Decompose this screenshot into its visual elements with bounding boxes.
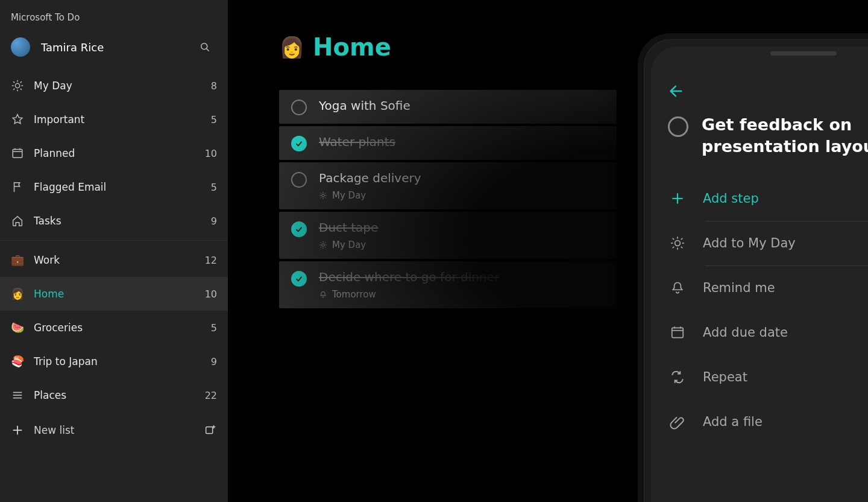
sidebar-item-label: Work <box>34 254 205 266</box>
sidebar-item-count: 12 <box>205 255 217 266</box>
back-button[interactable] <box>668 83 868 102</box>
sidebar-item-myday[interactable]: My Day 8 <box>0 69 228 103</box>
task-row[interactable]: Yoga with Sofie <box>279 90 617 124</box>
bell-icon <box>668 278 687 297</box>
task-row[interactable]: Package delivery My Day <box>279 162 617 209</box>
sidebar-item-count: 22 <box>205 390 217 401</box>
action-repeat[interactable]: Repeat <box>668 355 868 399</box>
sidebar-item-work[interactable]: 💼 Work 12 <box>0 243 228 277</box>
plus-icon <box>11 424 24 437</box>
sidebar-item-planned[interactable]: Planned 10 <box>0 136 228 170</box>
smart-lists: My Day 8 Important 5 Planned 10 Flagged … <box>0 69 228 238</box>
sidebar-item-label: Tasks <box>34 215 211 227</box>
task-checkbox[interactable] <box>291 172 307 188</box>
sidebar-item-label: Places <box>34 389 205 401</box>
list-title[interactable]: Home <box>313 33 391 61</box>
list-emoji-icon: 👩 <box>279 35 304 59</box>
task-row[interactable]: Duct tape My Day <box>279 212 617 259</box>
sidebar-item-count: 10 <box>205 288 217 300</box>
sidebar-item-count: 5 <box>211 322 217 334</box>
action-label: Add a file <box>703 415 763 429</box>
sidebar-item-groceries[interactable]: 🍉 Groceries 5 <box>0 311 228 345</box>
sidebar-item-label: Home <box>34 288 205 300</box>
action-due-date[interactable]: Add due date <box>668 310 868 355</box>
task-title: Package delivery <box>319 171 605 185</box>
phone-task-title[interactable]: Get feedback on presentation layout <box>702 114 868 158</box>
sun-icon <box>319 191 327 200</box>
sidebar-item-label: Flagged Email <box>34 181 211 193</box>
action-label: Add to My Day <box>703 236 796 250</box>
new-group-icon[interactable] <box>204 424 217 437</box>
phone-frame: 9:41 Get feedback on presentation layout… <box>638 33 868 502</box>
sidebar-item-label: Groceries <box>34 322 211 334</box>
repeat-icon <box>668 367 687 387</box>
task-row[interactable]: Water plants <box>279 126 617 160</box>
sidebar-item-count: 8 <box>211 80 217 92</box>
action-add-step[interactable]: Add step <box>668 176 868 221</box>
sidebar-item-label: My Day <box>34 80 211 92</box>
user-row[interactable]: Tamira Rice <box>0 34 228 69</box>
search-icon[interactable] <box>199 41 211 53</box>
user-name: Tamira Rice <box>41 41 199 54</box>
flag-icon <box>11 180 24 194</box>
task-checkbox[interactable] <box>291 136 307 151</box>
task-meta: My Day <box>319 190 605 201</box>
list-icon <box>11 389 24 402</box>
task-checkbox[interactable] <box>291 100 307 115</box>
sidebar-item-count: 9 <box>211 215 217 227</box>
action-add-file[interactable]: Add a file <box>668 399 868 444</box>
bell-icon <box>319 290 327 299</box>
sidebar-item-count: 10 <box>205 148 217 159</box>
sidebar-item-label: Trip to Japan <box>34 355 211 367</box>
task-meta-text: My Day <box>332 240 366 250</box>
task-row[interactable]: Decide where to go for dinner Tomorrow <box>279 261 617 308</box>
task-title: Yoga with Sofie <box>319 98 605 113</box>
sun-icon <box>319 241 327 249</box>
task-checkbox[interactable] <box>291 221 307 237</box>
task-checkbox[interactable] <box>291 271 307 287</box>
action-label: Repeat <box>703 370 747 384</box>
sun-icon <box>11 79 24 92</box>
phone-task-header: Get feedback on presentation layout <box>668 114 868 158</box>
new-list-label: New list <box>34 424 204 436</box>
sidebar-item-important[interactable]: Important 5 <box>0 103 228 136</box>
action-label: Remind me <box>703 281 775 295</box>
phone-actions: Add step Add to My Day Remind me Add due… <box>668 176 868 444</box>
plus-icon <box>668 189 687 208</box>
main-pane: 👩 Home Yoga with Sofie Water plants Pack… <box>228 0 868 502</box>
task-title: Duct tape <box>319 220 605 235</box>
calendar-icon <box>11 147 24 160</box>
action-label: Add step <box>703 191 759 206</box>
app-title: Microsoft To Do <box>0 8 228 34</box>
home-icon <box>11 214 24 227</box>
sun-icon <box>668 234 687 253</box>
sidebar-item-tasks[interactable]: Tasks 9 <box>0 204 228 238</box>
task-meta: Tomorrow <box>319 289 605 300</box>
sidebar-item-trip[interactable]: 🍣 Trip to Japan 9 <box>0 345 228 378</box>
avatar[interactable] <box>11 37 30 57</box>
sidebar-item-count: 5 <box>211 182 217 193</box>
sidebar-item-flagged[interactable]: Flagged Email 5 <box>0 170 228 204</box>
arrow-left-icon <box>668 83 685 100</box>
phone-status-bar: 9:41 <box>668 46 868 78</box>
briefcase-icon: 💼 <box>11 253 24 267</box>
sidebar-item-home[interactable]: 👩 Home 10 <box>0 277 228 311</box>
task-meta-text: My Day <box>332 190 366 201</box>
calendar-icon <box>668 323 687 342</box>
sidebar: Microsoft To Do Tamira Rice My Day 8 Imp… <box>0 0 228 502</box>
phone-screen: 9:41 Get feedback on presentation layout… <box>651 46 868 502</box>
watermelon-icon: 🍉 <box>11 321 24 334</box>
task-meta: My Day <box>319 240 605 250</box>
task-meta-text: Tomorrow <box>332 289 376 300</box>
action-add-myday[interactable]: Add to My Day <box>668 221 868 265</box>
action-remind-me[interactable]: Remind me <box>668 265 868 310</box>
paperclip-icon <box>668 412 687 431</box>
sidebar-item-label: Important <box>34 113 211 126</box>
custom-lists: 💼 Work 12 👩 Home 10 🍉 Groceries 5 🍣 Trip… <box>0 243 228 412</box>
sushi-icon: 🍣 <box>11 355 24 368</box>
task-checkbox[interactable] <box>668 116 688 137</box>
task-title: Decide where to go for dinner <box>319 270 605 284</box>
new-list-row[interactable]: New list <box>0 412 228 448</box>
sidebar-item-places[interactable]: Places 22 <box>0 378 228 412</box>
star-icon <box>11 113 24 126</box>
